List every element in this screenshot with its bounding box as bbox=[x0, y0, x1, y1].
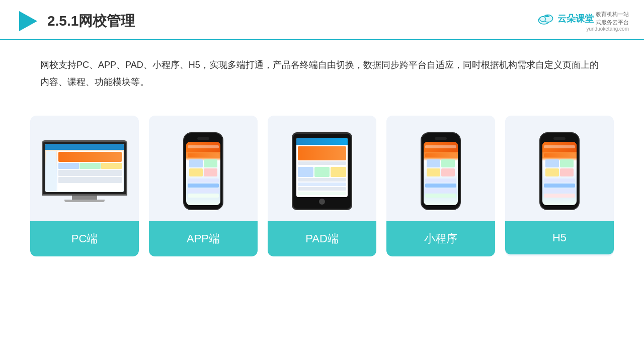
tablet-nav bbox=[296, 138, 348, 145]
miniapp-notch bbox=[435, 137, 447, 140]
h5-grid-3 bbox=[545, 168, 559, 176]
miniapp-content bbox=[424, 152, 458, 199]
card-pad-image bbox=[268, 116, 376, 221]
brand-logo: 云朵课堂 教育机构一站 式服务云平台 yunduoketang.com bbox=[537, 11, 629, 32]
miniapp-grid-2 bbox=[441, 159, 455, 167]
phone-header bbox=[186, 142, 220, 152]
svg-marker-0 bbox=[19, 11, 37, 31]
phone-row-3 bbox=[188, 184, 219, 188]
phone-row-4 bbox=[188, 189, 219, 193]
miniapp-device bbox=[421, 132, 461, 210]
tablet-col-3 bbox=[331, 167, 346, 177]
h5-row-2 bbox=[544, 178, 575, 183]
phone-header-bar bbox=[188, 145, 219, 148]
description: 网校支持PC、APP、PAD、小程序、H5，实现多端打通，产品各终端自由切换，数… bbox=[0, 40, 644, 101]
tablet-col-2 bbox=[314, 167, 330, 177]
pc-main bbox=[57, 151, 123, 191]
miniapp-grid-4 bbox=[441, 168, 455, 176]
miniapp-grid bbox=[425, 158, 456, 177]
header: 2.5.1网校管理 云朵课堂 教育机构一站 bbox=[0, 0, 644, 40]
phone-content bbox=[186, 152, 220, 199]
brand-url: yunduoketang.com bbox=[586, 26, 629, 32]
h5-device bbox=[539, 132, 580, 210]
miniapp-row-1 bbox=[425, 153, 456, 157]
h5-screen bbox=[542, 142, 577, 205]
phone-grid-1 bbox=[188, 158, 219, 177]
page-title: 2.5.1网校管理 bbox=[47, 12, 135, 31]
h5-grid-1 bbox=[545, 159, 559, 167]
card-app-label: APP端 bbox=[149, 221, 258, 256]
header-right: 云朵课堂 教育机构一站 式服务云平台 yunduoketang.com bbox=[537, 11, 629, 32]
card-pc: PC端 bbox=[30, 116, 139, 256]
miniapp-header bbox=[424, 142, 458, 152]
card-pad-label: PAD端 bbox=[268, 221, 376, 256]
miniapp-row-3 bbox=[425, 184, 456, 188]
card-pc-label: PC端 bbox=[30, 221, 139, 256]
card-pc-image bbox=[30, 116, 139, 221]
tablet-row-3 bbox=[298, 183, 346, 186]
card-miniapp-image bbox=[386, 116, 495, 221]
h5-grid-4 bbox=[560, 168, 574, 176]
h5-header bbox=[542, 142, 577, 152]
app-device bbox=[183, 132, 223, 210]
card-pad: PAD端 bbox=[268, 116, 376, 256]
phone-screen bbox=[186, 142, 220, 205]
brand-icon-wrap: 云朵课堂 教育机构一站 式服务云平台 bbox=[537, 11, 629, 26]
tablet-home-btn bbox=[319, 199, 325, 205]
tablet-row-2 bbox=[298, 178, 346, 182]
pad-device bbox=[292, 132, 352, 210]
pc-base bbox=[64, 200, 105, 202]
phone-row-5 bbox=[188, 194, 219, 198]
card-app-image bbox=[149, 116, 258, 221]
h5-grid-2 bbox=[560, 159, 574, 167]
pc-row-1 bbox=[58, 170, 122, 176]
phone-row-2 bbox=[188, 178, 219, 183]
card-h5: H5 bbox=[505, 116, 614, 256]
pc-device bbox=[42, 140, 127, 202]
phone-grid-item-2 bbox=[204, 159, 217, 167]
phone-notch bbox=[197, 137, 209, 140]
cards-container: PC端 bbox=[0, 106, 644, 256]
description-text: 网校支持PC、APP、PAD、小程序、H5，实现多端打通，产品各终端自由切换，数… bbox=[40, 60, 599, 87]
miniapp-row-2 bbox=[425, 178, 456, 183]
pc-card-3 bbox=[101, 163, 122, 169]
h5-header-bar bbox=[544, 145, 575, 148]
phone-grid-item-1 bbox=[189, 159, 203, 167]
tablet-col-1 bbox=[298, 167, 313, 177]
header-left: 2.5.1网校管理 bbox=[15, 9, 135, 33]
tablet-banner bbox=[298, 146, 346, 160]
h5-row-5 bbox=[544, 194, 575, 198]
h5-row-1 bbox=[544, 153, 575, 157]
card-miniapp-label: 小程序 bbox=[386, 221, 495, 256]
miniapp-row-5 bbox=[425, 194, 456, 198]
h5-grid bbox=[544, 158, 575, 177]
pc-banner bbox=[58, 152, 122, 162]
pc-stand bbox=[72, 196, 97, 200]
pc-cards-2 bbox=[58, 170, 122, 176]
tablet-row-1 bbox=[298, 161, 346, 165]
pc-screen-outer bbox=[42, 140, 127, 196]
pc-sidebar bbox=[46, 151, 56, 191]
cloud-icon bbox=[537, 12, 555, 26]
h5-row-3 bbox=[544, 184, 575, 188]
h5-row-4 bbox=[544, 189, 575, 193]
pc-body bbox=[45, 150, 124, 192]
tablet-screen bbox=[296, 138, 348, 197]
brand-name: 云朵课堂 bbox=[557, 13, 594, 25]
miniapp-grid-1 bbox=[427, 159, 440, 167]
tablet-content bbox=[296, 145, 348, 197]
pc-row-2 bbox=[58, 177, 122, 183]
phone-grid-item-4 bbox=[204, 168, 217, 176]
miniapp-grid-3 bbox=[427, 168, 440, 176]
tablet-grid bbox=[298, 167, 346, 177]
pc-card-1 bbox=[58, 163, 79, 169]
pc-screen-content bbox=[45, 144, 124, 192]
h5-notch bbox=[553, 137, 566, 140]
card-h5-label: H5 bbox=[505, 221, 614, 254]
phone-row-1 bbox=[188, 153, 219, 157]
card-miniapp: 小程序 bbox=[386, 116, 495, 256]
h5-content bbox=[542, 152, 577, 199]
miniapp-header-bar bbox=[425, 145, 456, 148]
card-h5-image bbox=[505, 116, 614, 221]
pc-cards-3 bbox=[58, 177, 122, 183]
